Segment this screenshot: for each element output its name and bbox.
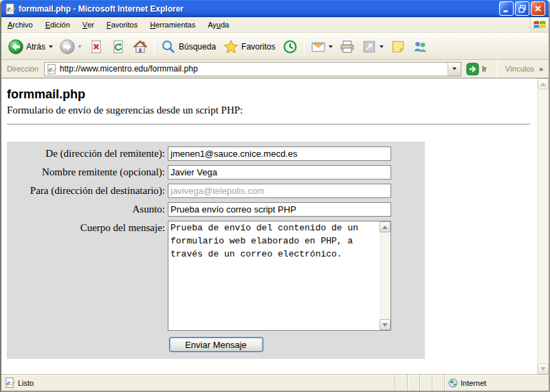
toolbar-separator [154, 37, 155, 56]
status-message-pane: e Listo [1, 375, 395, 391]
message-textarea-frame: Prueba de envío del contenido de un form… [168, 221, 391, 331]
menu-bar: Archivo Edición Ver Favoritos Herramient… [1, 17, 549, 33]
stop-button[interactable] [85, 36, 107, 57]
form-row-asunto: Asunto: [7, 202, 425, 217]
ie-status-icon: e [5, 378, 15, 388]
chevron-down-icon[interactable] [329, 45, 333, 48]
minimize-button[interactable] [499, 1, 514, 16]
field-label-de: De (dirección del remitente): [7, 148, 168, 160]
edit-icon [362, 39, 377, 54]
security-zone-pane: Internet [444, 375, 549, 391]
menu-archivo[interactable]: Archivo [1, 17, 39, 32]
discuss-button[interactable] [387, 36, 409, 57]
menu-favoritos[interactable]: Favoritos [100, 17, 144, 32]
messenger-icon [412, 39, 428, 54]
print-icon [340, 39, 355, 54]
page-scroll-down-button[interactable] [538, 363, 549, 374]
globe-icon [448, 378, 458, 388]
favorites-label: Favoritos [241, 42, 276, 52]
home-icon [133, 39, 148, 54]
textarea-scroll-up-button[interactable] [380, 221, 390, 232]
print-button[interactable] [336, 36, 358, 57]
status-pane [395, 375, 407, 391]
browser-window: e formmail.php - Microsoft Internet Expl… [0, 0, 550, 392]
submit-button[interactable]: Enviar Mensaje [169, 337, 263, 352]
window-title: formmail.php - Microsoft Internet Explor… [19, 4, 499, 14]
windows-logo [530, 17, 549, 32]
field-label-para: Para (dirección del destinatario): [7, 185, 168, 197]
forward-button[interactable] [56, 36, 85, 57]
divider [7, 124, 530, 125]
refresh-button[interactable] [107, 36, 129, 57]
form-row-para: Para (dirección del destinatario): [7, 184, 425, 198]
input-nombre[interactable] [168, 165, 391, 179]
status-pane [432, 375, 444, 391]
links-chevron-icon[interactable]: » [539, 65, 545, 73]
page-content: formmail.php Formulario de envío de suge… [1, 78, 549, 374]
refresh-icon [111, 39, 126, 54]
address-input[interactable]: e http://www.micentro.edu/formmail.php [44, 62, 461, 76]
status-text: Listo [18, 379, 34, 387]
menu-herramientas[interactable]: Herramientas [144, 17, 201, 32]
arrow-up-icon [540, 83, 546, 86]
form-row-submit: Enviar Mensaje [7, 337, 425, 352]
mail-button[interactable] [307, 36, 336, 57]
form-row-mensaje: Cuerpo del mensaje: Prueba de envío del … [7, 221, 425, 331]
go-label: Ir [482, 65, 487, 73]
go-icon [466, 63, 479, 76]
field-label-nombre: Nombre remitente (opcional): [7, 166, 168, 178]
links-label[interactable]: Vínculos [504, 65, 536, 73]
toolbar: Atrás [1, 33, 549, 60]
field-label-mensaje: Cuerpo del mensaje: [7, 221, 168, 234]
close-icon [534, 4, 542, 13]
arrow-up-icon [382, 226, 388, 229]
textarea-scroll-track[interactable] [380, 232, 390, 319]
arrow-down-icon [382, 323, 388, 327]
url-text: http://www.micentro.edu/formmail.php [60, 64, 445, 74]
addressbar-separator [497, 59, 498, 78]
search-button[interactable]: Búsqueda [157, 36, 220, 57]
message-textarea[interactable]: Prueba de envío del contenido de un form… [168, 221, 380, 330]
address-dropdown-button[interactable] [448, 63, 461, 76]
go-button[interactable]: Ir [465, 61, 491, 77]
edit-button[interactable] [358, 36, 387, 57]
title-bar: e formmail.php - Microsoft Internet Expl… [1, 0, 549, 17]
status-pane [407, 375, 419, 391]
address-bar: Dirección e http://www.micentro.edu/form… [1, 60, 549, 78]
page-scroll-up-button[interactable] [538, 78, 549, 89]
ie-icon: e [47, 64, 57, 74]
chevron-down-icon[interactable] [380, 45, 384, 48]
menu-ayuda[interactable]: Ayuda [201, 17, 235, 32]
favorites-button[interactable]: Favoritos [220, 36, 279, 57]
field-label-asunto: Asunto: [7, 204, 168, 215]
input-asunto[interactable] [168, 202, 391, 217]
back-button[interactable]: Atrás [5, 36, 56, 57]
back-icon [8, 39, 23, 54]
history-button[interactable] [279, 36, 301, 57]
textarea-scroll-down-button[interactable] [380, 319, 390, 330]
messenger-button[interactable] [409, 36, 431, 57]
chevron-down-icon [78, 45, 82, 48]
input-para[interactable] [168, 184, 391, 198]
address-label: Dirección [5, 65, 41, 73]
restore-button[interactable] [515, 1, 529, 16]
stop-icon [89, 39, 104, 54]
chevron-down-icon [452, 67, 456, 70]
history-icon [283, 39, 298, 54]
page-scroll-track[interactable] [538, 89, 549, 363]
search-icon [161, 39, 176, 54]
svg-text:e: e [7, 4, 11, 14]
textarea-scrollbar[interactable] [380, 221, 390, 330]
page-scrollbar[interactable] [537, 78, 549, 374]
page-body: formmail.php Formulario de envío de suge… [1, 78, 537, 374]
menu-ver[interactable]: Ver [76, 17, 100, 32]
chevron-down-icon[interactable] [49, 45, 53, 48]
search-label: Búsqueda [179, 42, 217, 52]
status-bar: e Listo Internet [1, 374, 549, 391]
close-button[interactable] [531, 1, 545, 16]
menu-edicion[interactable]: Edición [39, 17, 76, 32]
input-de[interactable] [168, 146, 391, 161]
form-box: De (dirección del remitente): Nombre rem… [7, 142, 425, 359]
home-button[interactable] [129, 36, 151, 57]
svg-text:e: e [49, 65, 52, 73]
